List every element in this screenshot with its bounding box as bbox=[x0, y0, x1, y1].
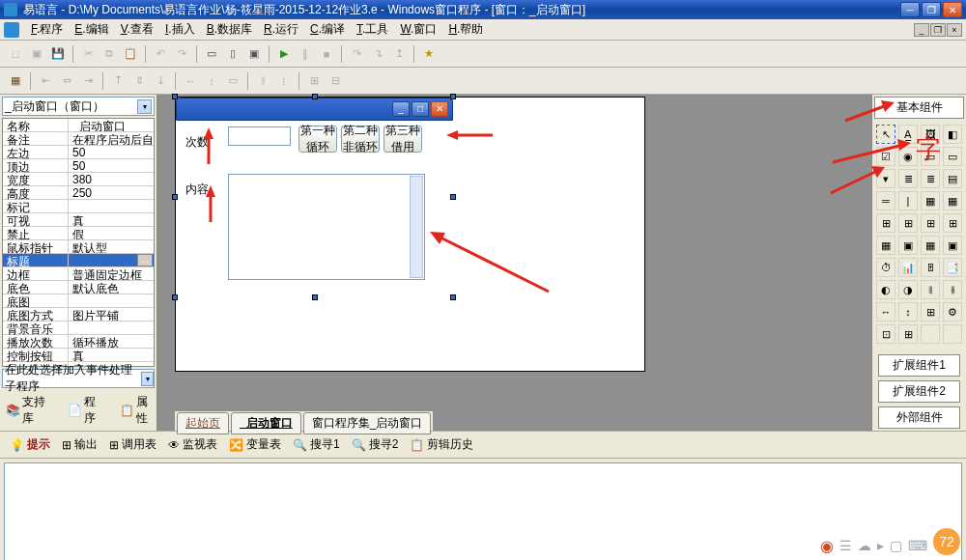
event-selector[interactable]: 在此处选择加入事件处理子程序 ▾ bbox=[2, 369, 155, 388]
palette-item[interactable] bbox=[921, 324, 940, 344]
property-value[interactable]: 默认底色 bbox=[69, 281, 154, 294]
properties-grid[interactable]: 名称_启动窗口备注在程序启动后自动左边50顶边50宽度380高度250标记可视真… bbox=[2, 118, 155, 367]
center-h-button[interactable]: ⊞ bbox=[304, 71, 324, 91]
resize-handle[interactable] bbox=[172, 294, 178, 300]
property-row[interactable]: 鼠标指针默认型 bbox=[3, 240, 154, 254]
property-row[interactable]: 禁止假 bbox=[3, 227, 154, 240]
palette-item[interactable]: ⫵ bbox=[943, 280, 962, 299]
palette-item[interactable]: ⊞ bbox=[876, 213, 895, 233]
property-value[interactable]: 普通固定边框 bbox=[69, 267, 154, 280]
design-window[interactable]: _ □ ✕ 次数 第一种 循环 第二种 非循环 第三种 借用 内容 bbox=[176, 98, 453, 296]
align-top-button[interactable]: ⤒ bbox=[108, 71, 128, 91]
label-content[interactable]: 内容 bbox=[185, 182, 209, 198]
property-row[interactable]: 高度250 bbox=[3, 186, 154, 200]
palette-tab-ext1[interactable]: 扩展组件1 bbox=[878, 354, 960, 377]
button-loop-3[interactable]: 第三种 借用 bbox=[384, 126, 422, 153]
tab-window-module[interactable]: 窗口程序集_启动窗口 bbox=[303, 412, 432, 434]
property-value[interactable]: 循环播放 bbox=[69, 335, 154, 348]
mdi-close-button[interactable]: × bbox=[947, 23, 962, 37]
palette-item[interactable]: ⊞ bbox=[921, 213, 940, 233]
property-row[interactable]: 底图 bbox=[3, 294, 154, 308]
stop-button[interactable]: ■ bbox=[317, 44, 336, 64]
tray-badge[interactable]: 72 bbox=[933, 528, 960, 555]
tab-output[interactable]: ⊞ 输出 bbox=[58, 435, 101, 454]
align-center-h-button[interactable]: ⇔ bbox=[57, 71, 76, 91]
palette-item[interactable]: ⊡ bbox=[876, 324, 895, 344]
tab-start-window[interactable]: _启动窗口 bbox=[231, 412, 301, 434]
tab-start-page[interactable]: 起始页 bbox=[177, 412, 229, 434]
button-loop-1[interactable]: 第一种 循环 bbox=[298, 126, 337, 153]
property-value[interactable]: 真 bbox=[69, 349, 154, 361]
property-value[interactable]: 假 bbox=[69, 227, 154, 239]
menu-item[interactable]: C.编译 bbox=[304, 21, 351, 38]
property-row[interactable]: 宽度380 bbox=[3, 173, 154, 186]
tab-search1[interactable]: 🔍 搜寻1 bbox=[289, 435, 344, 454]
property-value[interactable] bbox=[69, 200, 154, 212]
textbox-content[interactable] bbox=[228, 174, 425, 280]
palette-item[interactable]: 📊 bbox=[898, 258, 918, 277]
property-row[interactable]: 左边50 bbox=[3, 146, 154, 159]
chevron-down-icon[interactable]: ▾ bbox=[141, 372, 154, 386]
property-value[interactable]: 默认型 bbox=[69, 240, 154, 253]
scrollbar[interactable] bbox=[410, 176, 423, 278]
property-row[interactable]: 标题... bbox=[3, 254, 154, 267]
menu-item[interactable]: E.编辑 bbox=[69, 21, 114, 38]
close-button[interactable]: ✕ bbox=[943, 2, 962, 17]
resize-handle[interactable] bbox=[450, 294, 456, 300]
property-value[interactable]: 图片平铺 bbox=[69, 308, 154, 321]
tray-icon[interactable]: ▢ bbox=[890, 538, 902, 553]
textbox-count[interactable] bbox=[228, 126, 291, 146]
resize-handle[interactable] bbox=[312, 94, 318, 99]
property-row[interactable]: 播放次数循环播放 bbox=[3, 335, 154, 349]
align-center-v-button[interactable]: ⇕ bbox=[129, 71, 149, 91]
menu-item[interactable]: I.插入 bbox=[159, 21, 201, 38]
undo-button[interactable]: ↶ bbox=[151, 44, 170, 64]
resize-handle[interactable] bbox=[450, 194, 456, 200]
same-width-button[interactable]: ↔ bbox=[181, 71, 200, 91]
cut-button[interactable]: ✂ bbox=[78, 44, 98, 64]
tab-clip-history[interactable]: 📋 剪辑历史 bbox=[406, 435, 477, 454]
palette-item[interactable]: ◉ bbox=[898, 147, 918, 166]
tab-search2[interactable]: 🔍 搜寻2 bbox=[348, 435, 403, 454]
palette-tab-ext2[interactable]: 扩展组件2 bbox=[878, 380, 960, 403]
output-area[interactable] bbox=[4, 462, 962, 560]
help-button[interactable]: ★ bbox=[419, 44, 439, 64]
property-row[interactable]: 顶边50 bbox=[3, 159, 154, 173]
property-row[interactable]: 边框普通固定边框 bbox=[3, 267, 154, 281]
palette-item[interactable]: ◧ bbox=[943, 125, 962, 144]
align-bottom-button[interactable]: ⤓ bbox=[151, 71, 170, 91]
property-value[interactable] bbox=[69, 294, 154, 307]
palette-item[interactable]: ⫴ bbox=[921, 280, 940, 299]
button-loop-2[interactable]: 第二种 非循环 bbox=[341, 126, 380, 153]
property-value[interactable]: _启动窗口 bbox=[69, 119, 154, 131]
palette-item[interactable]: ⏱ bbox=[876, 258, 895, 277]
menu-item[interactable]: F.程序 bbox=[25, 21, 69, 38]
menu-item[interactable]: H.帮助 bbox=[442, 21, 489, 38]
palette-item[interactable]: ═ bbox=[876, 191, 895, 210]
tray-icon[interactable]: ☁ bbox=[858, 538, 871, 553]
menu-item[interactable]: T.工具 bbox=[351, 21, 394, 38]
property-value[interactable]: 在程序启动后自动 bbox=[69, 132, 154, 145]
palette-item[interactable]: ◑ bbox=[898, 280, 918, 299]
palette-item[interactable]: ⊞ bbox=[921, 302, 940, 322]
layout-button-1[interactable]: ▭ bbox=[202, 44, 221, 64]
palette-item[interactable]: ▾ bbox=[876, 169, 895, 188]
pause-button[interactable]: ‖ bbox=[296, 44, 315, 64]
design-window-titlebar[interactable]: _ □ ✕ bbox=[176, 98, 453, 121]
palette-item[interactable]: ▣ bbox=[943, 236, 962, 255]
step-into-button[interactable]: ↴ bbox=[368, 44, 387, 64]
menu-item[interactable]: W.窗口 bbox=[394, 21, 442, 38]
layout-button-2[interactable]: ▯ bbox=[223, 44, 242, 64]
align-right-button[interactable]: ⇥ bbox=[78, 71, 98, 91]
property-value[interactable]: 真 bbox=[69, 213, 154, 226]
palette-item[interactable]: 📑 bbox=[943, 258, 962, 277]
dist-v-button[interactable]: ⫶ bbox=[274, 71, 294, 91]
center-v-button[interactable]: ⊟ bbox=[326, 71, 345, 91]
same-height-button[interactable]: ↕ bbox=[202, 71, 221, 91]
palette-item[interactable]: | bbox=[898, 191, 918, 210]
tab-program[interactable]: 📄 程序 bbox=[64, 392, 102, 429]
menu-item[interactable]: V.查看 bbox=[115, 21, 159, 38]
align-left-button[interactable]: ⇤ bbox=[36, 71, 55, 91]
palette-item[interactable]: ▦ bbox=[921, 236, 940, 255]
mdi-minimize-button[interactable]: _ bbox=[914, 23, 929, 37]
